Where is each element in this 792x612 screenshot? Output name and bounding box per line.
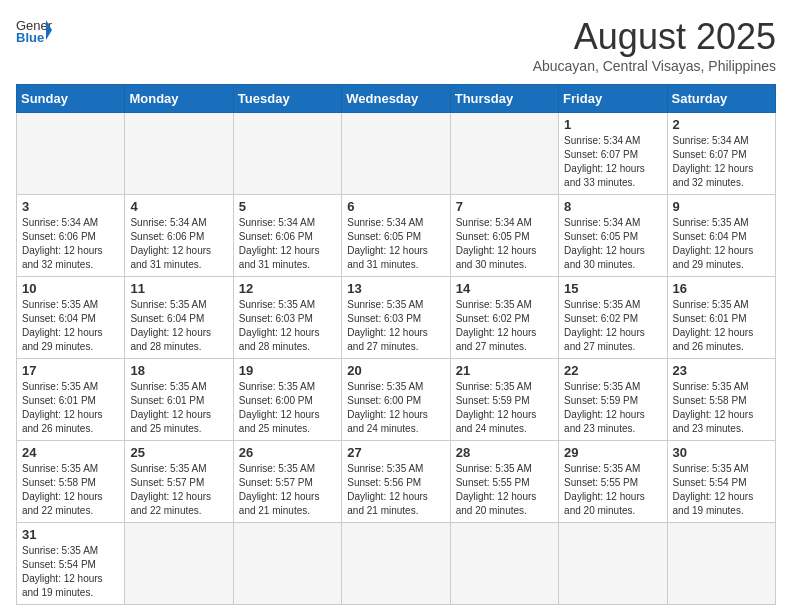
table-row: 9Sunrise: 5:35 AM Sunset: 6:04 PM Daylig… xyxy=(667,195,775,277)
day-info: Sunrise: 5:35 AM Sunset: 6:04 PM Dayligh… xyxy=(673,216,770,272)
table-row: 14Sunrise: 5:35 AM Sunset: 6:02 PM Dayli… xyxy=(450,277,558,359)
day-number: 5 xyxy=(239,199,336,214)
table-row: 2Sunrise: 5:34 AM Sunset: 6:07 PM Daylig… xyxy=(667,113,775,195)
calendar-row: 24Sunrise: 5:35 AM Sunset: 5:58 PM Dayli… xyxy=(17,441,776,523)
table-row: 3Sunrise: 5:34 AM Sunset: 6:06 PM Daylig… xyxy=(17,195,125,277)
calendar-table: Sunday Monday Tuesday Wednesday Thursday… xyxy=(16,84,776,605)
table-row: 6Sunrise: 5:34 AM Sunset: 6:05 PM Daylig… xyxy=(342,195,450,277)
calendar-row: 17Sunrise: 5:35 AM Sunset: 6:01 PM Dayli… xyxy=(17,359,776,441)
day-info: Sunrise: 5:35 AM Sunset: 6:03 PM Dayligh… xyxy=(239,298,336,354)
day-number: 20 xyxy=(347,363,444,378)
day-number: 28 xyxy=(456,445,553,460)
day-number: 18 xyxy=(130,363,227,378)
table-row xyxy=(450,113,558,195)
day-info: Sunrise: 5:35 AM Sunset: 5:56 PM Dayligh… xyxy=(347,462,444,518)
table-row xyxy=(667,523,775,605)
table-row xyxy=(450,523,558,605)
day-info: Sunrise: 5:34 AM Sunset: 6:06 PM Dayligh… xyxy=(130,216,227,272)
table-row: 15Sunrise: 5:35 AM Sunset: 6:02 PM Dayli… xyxy=(559,277,667,359)
table-row: 5Sunrise: 5:34 AM Sunset: 6:06 PM Daylig… xyxy=(233,195,341,277)
day-info: Sunrise: 5:35 AM Sunset: 5:59 PM Dayligh… xyxy=(564,380,661,436)
day-info: Sunrise: 5:35 AM Sunset: 5:55 PM Dayligh… xyxy=(456,462,553,518)
table-row: 16Sunrise: 5:35 AM Sunset: 6:01 PM Dayli… xyxy=(667,277,775,359)
day-number: 23 xyxy=(673,363,770,378)
day-info: Sunrise: 5:35 AM Sunset: 6:02 PM Dayligh… xyxy=(456,298,553,354)
title-area: August 2025 Abucayan, Central Visayas, P… xyxy=(533,16,776,74)
table-row: 1Sunrise: 5:34 AM Sunset: 6:07 PM Daylig… xyxy=(559,113,667,195)
calendar-row: 3Sunrise: 5:34 AM Sunset: 6:06 PM Daylig… xyxy=(17,195,776,277)
logo-icon: General Blue xyxy=(16,16,52,44)
header-thursday: Thursday xyxy=(450,85,558,113)
table-row xyxy=(559,523,667,605)
day-info: Sunrise: 5:35 AM Sunset: 5:55 PM Dayligh… xyxy=(564,462,661,518)
day-number: 17 xyxy=(22,363,119,378)
day-number: 22 xyxy=(564,363,661,378)
day-number: 13 xyxy=(347,281,444,296)
table-row: 7Sunrise: 5:34 AM Sunset: 6:05 PM Daylig… xyxy=(450,195,558,277)
day-info: Sunrise: 5:34 AM Sunset: 6:07 PM Dayligh… xyxy=(564,134,661,190)
calendar-row: 31Sunrise: 5:35 AM Sunset: 5:54 PM Dayli… xyxy=(17,523,776,605)
day-info: Sunrise: 5:35 AM Sunset: 6:00 PM Dayligh… xyxy=(239,380,336,436)
calendar-row: 1Sunrise: 5:34 AM Sunset: 6:07 PM Daylig… xyxy=(17,113,776,195)
table-row xyxy=(125,523,233,605)
table-row: 25Sunrise: 5:35 AM Sunset: 5:57 PM Dayli… xyxy=(125,441,233,523)
table-row: 29Sunrise: 5:35 AM Sunset: 5:55 PM Dayli… xyxy=(559,441,667,523)
day-number: 2 xyxy=(673,117,770,132)
day-number: 21 xyxy=(456,363,553,378)
weekday-header-row: Sunday Monday Tuesday Wednesday Thursday… xyxy=(17,85,776,113)
day-number: 26 xyxy=(239,445,336,460)
table-row: 17Sunrise: 5:35 AM Sunset: 6:01 PM Dayli… xyxy=(17,359,125,441)
day-info: Sunrise: 5:35 AM Sunset: 6:03 PM Dayligh… xyxy=(347,298,444,354)
day-info: Sunrise: 5:35 AM Sunset: 5:57 PM Dayligh… xyxy=(239,462,336,518)
table-row: 11Sunrise: 5:35 AM Sunset: 6:04 PM Dayli… xyxy=(125,277,233,359)
table-row: 26Sunrise: 5:35 AM Sunset: 5:57 PM Dayli… xyxy=(233,441,341,523)
day-info: Sunrise: 5:34 AM Sunset: 6:06 PM Dayligh… xyxy=(239,216,336,272)
header-sunday: Sunday xyxy=(17,85,125,113)
day-number: 31 xyxy=(22,527,119,542)
table-row xyxy=(342,523,450,605)
day-info: Sunrise: 5:35 AM Sunset: 6:02 PM Dayligh… xyxy=(564,298,661,354)
day-info: Sunrise: 5:34 AM Sunset: 6:07 PM Dayligh… xyxy=(673,134,770,190)
day-info: Sunrise: 5:34 AM Sunset: 6:05 PM Dayligh… xyxy=(564,216,661,272)
table-row: 23Sunrise: 5:35 AM Sunset: 5:58 PM Dayli… xyxy=(667,359,775,441)
day-number: 10 xyxy=(22,281,119,296)
header-monday: Monday xyxy=(125,85,233,113)
day-info: Sunrise: 5:35 AM Sunset: 6:01 PM Dayligh… xyxy=(130,380,227,436)
header-friday: Friday xyxy=(559,85,667,113)
table-row xyxy=(233,113,341,195)
day-info: Sunrise: 5:35 AM Sunset: 6:04 PM Dayligh… xyxy=(22,298,119,354)
calendar-row: 10Sunrise: 5:35 AM Sunset: 6:04 PM Dayli… xyxy=(17,277,776,359)
day-info: Sunrise: 5:35 AM Sunset: 6:01 PM Dayligh… xyxy=(673,298,770,354)
table-row: 21Sunrise: 5:35 AM Sunset: 5:59 PM Dayli… xyxy=(450,359,558,441)
table-row: 4Sunrise: 5:34 AM Sunset: 6:06 PM Daylig… xyxy=(125,195,233,277)
day-number: 3 xyxy=(22,199,119,214)
table-row: 18Sunrise: 5:35 AM Sunset: 6:01 PM Dayli… xyxy=(125,359,233,441)
day-number: 27 xyxy=(347,445,444,460)
svg-text:Blue: Blue xyxy=(16,30,44,44)
logo: General Blue xyxy=(16,16,52,44)
day-info: Sunrise: 5:35 AM Sunset: 5:54 PM Dayligh… xyxy=(673,462,770,518)
day-number: 8 xyxy=(564,199,661,214)
day-info: Sunrise: 5:35 AM Sunset: 6:04 PM Dayligh… xyxy=(130,298,227,354)
table-row: 19Sunrise: 5:35 AM Sunset: 6:00 PM Dayli… xyxy=(233,359,341,441)
table-row: 10Sunrise: 5:35 AM Sunset: 6:04 PM Dayli… xyxy=(17,277,125,359)
header-saturday: Saturday xyxy=(667,85,775,113)
calendar-subtitle: Abucayan, Central Visayas, Philippines xyxy=(533,58,776,74)
day-info: Sunrise: 5:35 AM Sunset: 5:58 PM Dayligh… xyxy=(673,380,770,436)
table-row: 24Sunrise: 5:35 AM Sunset: 5:58 PM Dayli… xyxy=(17,441,125,523)
day-number: 15 xyxy=(564,281,661,296)
table-row xyxy=(125,113,233,195)
day-number: 19 xyxy=(239,363,336,378)
day-number: 4 xyxy=(130,199,227,214)
day-info: Sunrise: 5:35 AM Sunset: 5:57 PM Dayligh… xyxy=(130,462,227,518)
header-tuesday: Tuesday xyxy=(233,85,341,113)
day-number: 9 xyxy=(673,199,770,214)
day-info: Sunrise: 5:35 AM Sunset: 5:58 PM Dayligh… xyxy=(22,462,119,518)
header-wednesday: Wednesday xyxy=(342,85,450,113)
day-info: Sunrise: 5:34 AM Sunset: 6:05 PM Dayligh… xyxy=(456,216,553,272)
day-info: Sunrise: 5:34 AM Sunset: 6:06 PM Dayligh… xyxy=(22,216,119,272)
day-info: Sunrise: 5:35 AM Sunset: 6:01 PM Dayligh… xyxy=(22,380,119,436)
table-row: 28Sunrise: 5:35 AM Sunset: 5:55 PM Dayli… xyxy=(450,441,558,523)
table-row: 31Sunrise: 5:35 AM Sunset: 5:54 PM Dayli… xyxy=(17,523,125,605)
table-row: 8Sunrise: 5:34 AM Sunset: 6:05 PM Daylig… xyxy=(559,195,667,277)
